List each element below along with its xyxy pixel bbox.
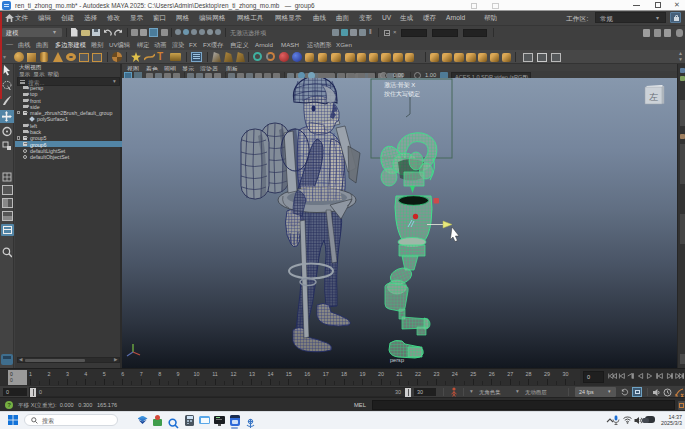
svg-text:激活:骨架 X: 激活:骨架 X — [384, 81, 415, 89]
svg-text:左: 左 — [649, 92, 658, 102]
svg-text:persp: persp — [390, 357, 404, 363]
svg-text:按住大写锁定: 按住大写锁定 — [384, 90, 420, 98]
